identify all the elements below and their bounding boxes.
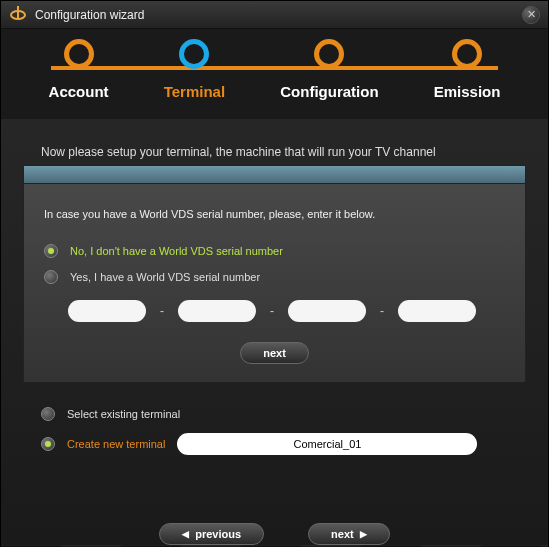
step-label: Terminal (164, 83, 225, 100)
dash: - (160, 304, 164, 318)
radio-icon (44, 244, 58, 258)
serial-input-3[interactable] (288, 300, 366, 322)
serial-panel: In case you have a World VDS serial numb… (23, 165, 526, 383)
radio-icon (41, 437, 55, 451)
step-emission: Emission (434, 39, 501, 100)
serial-input-row: - - - (68, 300, 505, 322)
panel-message: In case you have a World VDS serial numb… (44, 208, 505, 220)
intro-text: Now please setup your terminal, the mach… (11, 129, 538, 165)
footer-buttons: ◀ previous next ▶ (11, 523, 538, 545)
button-label: next (263, 347, 286, 359)
step-terminal: Terminal (164, 39, 225, 100)
arrow-right-icon: ▶ (360, 529, 367, 539)
next-button[interactable]: next ▶ (308, 523, 390, 545)
step-label: Emission (434, 83, 501, 100)
radio-label: Select existing terminal (67, 408, 180, 420)
radio-yes-serial[interactable]: Yes, I have a World VDS serial number (44, 270, 505, 284)
radio-label: No, I don't have a World VDS serial numb… (70, 245, 283, 257)
radio-label: Create new terminal (67, 438, 165, 450)
step-configuration: Configuration (280, 39, 378, 100)
terminal-name-input[interactable] (177, 433, 477, 455)
radio-label: Yes, I have a World VDS serial number (70, 271, 260, 283)
dash: - (270, 304, 274, 318)
serial-input-1[interactable] (68, 300, 146, 322)
radio-create-new[interactable]: Create new terminal (41, 433, 508, 455)
step-circle-icon (64, 39, 94, 69)
previous-button[interactable]: ◀ previous (159, 523, 264, 545)
step-account: Account (49, 39, 109, 100)
serial-input-4[interactable] (398, 300, 476, 322)
button-label: next (331, 528, 354, 540)
window-title: Configuration wizard (35, 8, 144, 22)
panel-next-button[interactable]: next (240, 342, 309, 364)
button-label: previous (195, 528, 241, 540)
wizard-stepper: Account Terminal Configuration Emission (1, 29, 548, 119)
arrow-left-icon: ◀ (182, 529, 189, 539)
close-icon[interactable]: ✕ (522, 6, 540, 24)
radio-select-existing[interactable]: Select existing terminal (41, 407, 508, 421)
radio-no-serial[interactable]: No, I don't have a World VDS serial numb… (44, 244, 505, 258)
panel-header (24, 166, 525, 184)
step-circle-icon (179, 39, 209, 69)
radio-icon (41, 407, 55, 421)
titlebar: Configuration wizard ✕ (1, 1, 548, 29)
dash: - (380, 304, 384, 318)
serial-input-2[interactable] (178, 300, 256, 322)
app-icon (9, 6, 27, 24)
step-circle-icon (452, 39, 482, 69)
step-circle-icon (314, 39, 344, 69)
step-label: Account (49, 83, 109, 100)
step-label: Configuration (280, 83, 378, 100)
radio-icon (44, 270, 58, 284)
